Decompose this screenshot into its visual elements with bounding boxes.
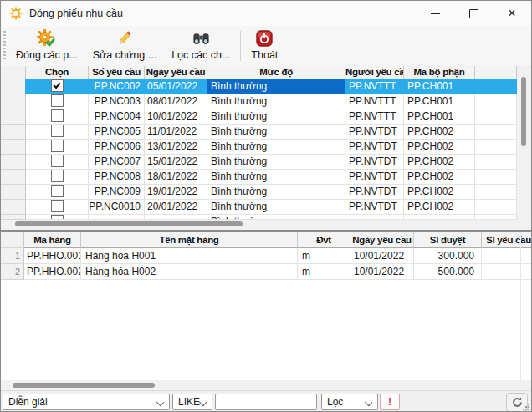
cell-dvt[interactable]: m	[298, 248, 350, 264]
cell-chon[interactable]	[26, 155, 89, 170]
requests-vertical-scrollbar[interactable]	[519, 66, 529, 220]
cell-so-yeu-cau[interactable]: PP.NC0010	[89, 200, 145, 215]
cell-muc-do[interactable]: Bình thường	[207, 125, 345, 140]
close-requests-button[interactable]: Đóng các p...	[8, 26, 85, 66]
cell-so-yeu-cau[interactable]: PP.NC002	[89, 79, 145, 94]
cell-muc-do[interactable]: Bình thường	[207, 170, 345, 185]
row-checkbox[interactable]	[51, 200, 64, 212]
cell-so-yeu-cau[interactable]: PP.NC004	[89, 109, 145, 125]
item-row[interactable]: 1PP.HHO.001Hàng hóa H001m10/01/2022300.0…	[1, 248, 531, 264]
request-row[interactable]: PP.NC00715/01/2022Bình thườngPP.NVTDTPP.…	[1, 155, 517, 170]
cell-ngay-yeu-cau[interactable]: 10/01/2022	[145, 109, 207, 125]
cell-so-yeu-cau[interactable]: PP.NC007	[89, 155, 145, 170]
row-checkbox[interactable]	[51, 79, 64, 92]
column-header-chon[interactable]: Chọn	[26, 66, 89, 79]
row-checkbox[interactable]	[51, 170, 64, 182]
cell-nguoi-yeu-cau[interactable]: PP.NVTDT	[345, 140, 404, 155]
row-header-cell[interactable]	[1, 200, 26, 215]
row-number-cell[interactable]: 2	[1, 264, 24, 280]
cell-nguoi-yeu-cau[interactable]: PP.NVTDT	[345, 185, 404, 200]
cell-empty[interactable]	[475, 79, 517, 94]
cell-ma-hang[interactable]: PP.HHO.002	[24, 264, 81, 280]
column-header-nguoi-yeu-cau[interactable]: Người yêu cầu	[345, 66, 404, 79]
cell-chon[interactable]	[26, 125, 89, 140]
window-resize-grip[interactable]	[522, 403, 529, 410]
cell-empty[interactable]	[475, 185, 517, 200]
corner-header-cell[interactable]	[1, 66, 26, 79]
filter-value-input[interactable]	[215, 394, 317, 410]
requests-horizontal-scrollbar-thumb[interactable]	[15, 221, 243, 226]
filter-field-select[interactable]: Diễn giải	[3, 394, 170, 410]
request-row[interactable]: PP.NC00613/01/2022Bình thườngPP.NVTDTPP.…	[1, 140, 517, 155]
column-header-empty[interactable]	[475, 66, 517, 79]
cell-empty[interactable]	[475, 155, 517, 170]
cell-ten-mat-hang[interactable]: Hàng hóa H002	[81, 264, 298, 280]
cell-chon[interactable]	[26, 94, 89, 109]
cell-empty[interactable]	[475, 170, 517, 185]
row-header-cell[interactable]	[1, 125, 26, 140]
request-row[interactable]: PP.NC00919/01/2022Bình thườngPP.NVTDTPP.…	[1, 185, 517, 200]
column-header-muc-do[interactable]: Mức độ	[207, 66, 345, 79]
cell-ma-bo-phan[interactable]: PP.CH002	[404, 185, 475, 200]
cell-ma-bo-phan[interactable]: PP.CH002	[404, 140, 475, 155]
cell-muc-do[interactable]: Bình thường	[207, 185, 345, 200]
cell-chon[interactable]	[26, 170, 89, 185]
request-row[interactable]: PP.NC00511/01/2022Bình thườngPP.NVTDTPP.…	[1, 125, 517, 140]
cell-nguoi-yeu-cau[interactable]: PP.NVTTT	[345, 109, 404, 125]
row-header-cell[interactable]	[1, 109, 26, 125]
cell-ngay-yeu-cau[interactable]: 11/01/2022	[145, 125, 207, 140]
minimize-button[interactable]	[416, 1, 454, 26]
cell-empty[interactable]	[475, 125, 517, 140]
column-header-so-yeu-cau[interactable]: Số yêu cầu	[89, 66, 145, 79]
row-header-cell[interactable]	[1, 170, 26, 185]
items-horizontal-scrollbar[interactable]	[1, 380, 531, 390]
row-checkbox[interactable]	[51, 125, 64, 137]
cell-nguoi-yeu-cau[interactable]: PP.NVTDT	[345, 155, 404, 170]
request-row[interactable]: PP.NC00308/01/2022Bình thườngPP.NVTTTPP.…	[1, 94, 517, 109]
row-header-cell[interactable]	[1, 94, 26, 109]
row-header-cell[interactable]	[1, 185, 26, 200]
request-row[interactable]: PP.NC00818/01/2022Bình thườngPP.NVTDTPP.…	[1, 170, 517, 185]
cell-sl-yeu-cau[interactable]	[482, 248, 531, 264]
cell-ten-mat-hang[interactable]: Hàng hóa H001	[81, 248, 298, 264]
row-checkbox[interactable]	[51, 94, 64, 107]
cell-empty[interactable]	[475, 109, 517, 125]
cell-so-yeu-cau[interactable]: PP.NC009	[89, 185, 145, 200]
request-row[interactable]: PP.NC00205/01/2022Bình thườngPP.NVTTTPP.…	[1, 79, 517, 94]
row-checkbox[interactable]	[51, 140, 64, 152]
row-number-cell[interactable]: 1	[1, 248, 24, 264]
cell-ma-bo-phan[interactable]: PP.CH001	[404, 94, 475, 109]
cell-empty[interactable]	[475, 94, 517, 109]
request-row[interactable]: PP.NC00410/01/2022Bình thườngPP.NVTTTPP.…	[1, 109, 517, 125]
filter-documents-button[interactable]: Lọc các ch...	[164, 26, 238, 66]
close-button[interactable]: ×	[493, 1, 531, 26]
filter-warning-button[interactable]: !	[380, 394, 400, 410]
cell-chon[interactable]	[26, 185, 89, 200]
cell-ngay-yeu-cau[interactable]: 05/01/2022	[145, 79, 207, 94]
cell-ngay-yeu-cau[interactable]: 18/01/2022	[145, 170, 207, 185]
cell-muc-do[interactable]: Bình thường	[207, 109, 345, 125]
row-header-cell[interactable]	[1, 79, 26, 94]
cell-nguoi-yeu-cau[interactable]: PP.NVTTT	[345, 94, 404, 109]
cell-muc-do[interactable]: Bình thường	[207, 200, 345, 215]
row-header-cell[interactable]	[1, 155, 26, 170]
cell-ngay-yeu-cau[interactable]: 13/01/2022	[145, 140, 207, 155]
maximize-button[interactable]	[454, 1, 493, 26]
cell-ngay-yeu-cau[interactable]: 20/01/2022	[145, 200, 207, 215]
cell-ngay-yeu-cau[interactable]: 10/01/2022	[350, 264, 414, 280]
cell-chon[interactable]	[26, 200, 89, 215]
column-header-ngay-yeu-cau[interactable]: Ngày yêu cầu	[350, 232, 414, 248]
cell-ngay-yeu-cau[interactable]: 19/01/2022	[145, 185, 207, 200]
cell-empty[interactable]	[475, 200, 517, 215]
cell-ngay-yeu-cau[interactable]: 08/01/2022	[145, 94, 207, 109]
cell-ma-bo-phan[interactable]: PP.CH002	[404, 200, 475, 215]
column-header-sl-yeu-cau[interactable]: Sl yêu cầu	[482, 232, 531, 248]
cell-muc-do[interactable]: Bình thường	[207, 94, 345, 109]
cell-nguoi-yeu-cau[interactable]: PP.NVTDT	[345, 170, 404, 185]
cell-sl-duyet[interactable]: 500.000	[414, 264, 482, 280]
column-header-sl-duyet[interactable]: Sl duyệt	[414, 232, 482, 248]
cell-sl-yeu-cau[interactable]	[482, 264, 531, 280]
cell-chon[interactable]	[26, 79, 89, 94]
request-row[interactable]: PP.NC001020/01/2022Bình thườngPP.NVTDTPP…	[1, 200, 517, 215]
cell-ma-bo-phan[interactable]: PP.CH002	[404, 125, 475, 140]
